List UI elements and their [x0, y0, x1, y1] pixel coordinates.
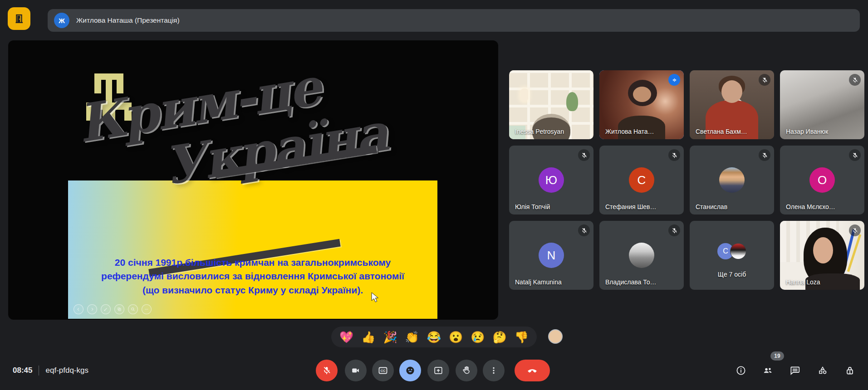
camera-icon: [351, 366, 361, 375]
mic-off-icon: [759, 74, 770, 86]
participant-tile[interactable]: Inessa Petrosyan: [509, 70, 593, 139]
lock-icon: [844, 365, 855, 376]
overflow-count-label: Ще 7 осіб: [690, 271, 774, 278]
divider: [39, 366, 39, 375]
presentation-tab: Ж Житлова Наташа (Презентація): [48, 9, 860, 32]
app-button[interactable]: [8, 7, 30, 30]
more-controls-button[interactable]: [142, 304, 152, 314]
participants-count-badge: 19: [770, 351, 784, 361]
mic-off-icon: [578, 149, 590, 161]
avatar-photo: [730, 243, 746, 259]
people-icon: [762, 365, 773, 376]
reaction-thumbs-up[interactable]: 👍: [361, 332, 375, 343]
top-bar: Ж Житлова Наташа (Презентація): [0, 0, 868, 37]
mic-off-icon: [849, 224, 861, 236]
captions-button[interactable]: CC: [372, 360, 394, 381]
participant-name: Олена Мєлєхо…: [786, 203, 835, 210]
participant-name: Inessa Petrosyan: [515, 128, 564, 135]
slide-body-text: 20 січня 1991р.більшість кримчан на зага…: [68, 256, 437, 297]
mic-off-icon: [668, 149, 680, 161]
reaction-thinking[interactable]: 🤔: [492, 332, 506, 343]
participant-tile[interactable]: Ю Юлія Топчій: [509, 146, 593, 214]
mic-off-icon: [322, 366, 332, 375]
participant-tile[interactable]: N Natalj Kamunina: [509, 221, 593, 290]
avatar: N: [539, 243, 564, 268]
avatar: Ю: [539, 167, 564, 193]
reaction-cry[interactable]: 😢: [471, 332, 485, 343]
participant-name: Natalj Kamunina: [515, 278, 562, 286]
clock: 08:45: [13, 366, 32, 375]
chat-icon: [790, 365, 800, 376]
activities-button[interactable]: [817, 365, 828, 376]
participant-tile[interactable]: С Стефания Шев…: [599, 146, 684, 214]
participant-tile[interactable]: Назар Иванюк: [780, 70, 864, 139]
participant-name: Светлана Бахм…: [696, 128, 747, 135]
participant-name: Стефания Шев…: [605, 203, 657, 210]
participant-tile[interactable]: Hanna Loza: [780, 221, 864, 290]
svg-text:CC: CC: [381, 369, 386, 373]
meeting-meta: 08:45 eqf-pfdq-kgs: [13, 366, 88, 375]
activities-icon: [817, 365, 828, 376]
slides-overview-button[interactable]: [114, 304, 124, 314]
participant-tile[interactable]: Станислав: [690, 146, 774, 214]
present-button[interactable]: [427, 360, 449, 381]
chat-button[interactable]: [790, 365, 800, 376]
pen-button[interactable]: [101, 304, 111, 314]
overflow-avatars: C: [717, 243, 746, 259]
mic-off-icon: [578, 224, 590, 236]
participants-grid: Inessa Petrosyan Житлова Ната… Светлана …: [509, 70, 864, 290]
participant-name: Hanna Loza: [786, 278, 820, 286]
participant-tile[interactable]: Светлана Бахм…: [690, 70, 774, 139]
shared-screen: Крим-це Україна 20 січня 1991р.більшість…: [8, 40, 498, 320]
meeting-details-button[interactable]: [736, 365, 746, 376]
zoom-button[interactable]: [128, 304, 138, 314]
participant-tile[interactable]: Владислава То…: [599, 221, 684, 290]
slide-background-yellow: [68, 180, 437, 319]
smiley-icon: [405, 365, 416, 376]
presentation-title: Житлова Наташа (Презентація): [76, 16, 180, 24]
mic-off-icon: [668, 224, 680, 236]
leave-call-button[interactable]: [515, 360, 550, 381]
participant-name: Житлова Ната…: [605, 128, 654, 135]
prev-slide-button[interactable]: [74, 304, 83, 314]
captions-icon: CC: [378, 365, 388, 376]
camera-button[interactable]: [345, 360, 367, 381]
participant-tile[interactable]: Житлова Ната…: [599, 70, 684, 139]
participant-name: Назар Иванюк: [786, 128, 828, 135]
slide: Крим-це Україна 20 січня 1991р.більшість…: [68, 42, 437, 319]
participant-name: Станислав: [696, 203, 727, 210]
mic-off-icon: [849, 74, 861, 86]
reaction-heart[interactable]: 💖: [339, 332, 353, 343]
reaction-party[interactable]: 🎉: [383, 332, 397, 343]
avatar: О: [809, 167, 835, 193]
avatar-photo: [719, 167, 745, 193]
mute-button[interactable]: [316, 360, 338, 381]
skin-tone-selector[interactable]: [548, 329, 563, 344]
mic-off-icon: [849, 149, 861, 161]
reactions-button[interactable]: [399, 360, 421, 381]
host-controls-button[interactable]: [844, 365, 855, 376]
reaction-clap[interactable]: 👏: [405, 332, 419, 343]
door-icon: [12, 12, 26, 25]
more-options-button[interactable]: [483, 360, 505, 381]
present-icon: [433, 366, 443, 375]
avatar: С: [629, 167, 654, 193]
phone-hangup-icon: [526, 365, 538, 376]
participant-name: Владислава То…: [605, 278, 656, 286]
reaction-surprised[interactable]: 😮: [449, 332, 463, 343]
reaction-laugh[interactable]: 😂: [427, 332, 441, 343]
next-slide-button[interactable]: [87, 304, 97, 314]
people-button[interactable]: [762, 365, 773, 376]
avatar-photo: [629, 243, 654, 268]
participant-tile[interactable]: О Олена Мєлєхо…: [780, 146, 864, 214]
mic-off-icon: [759, 149, 770, 161]
more-vertical-icon: [489, 366, 499, 375]
info-icon: [736, 365, 746, 376]
reaction-thumbs-down[interactable]: 👎: [515, 332, 529, 343]
presenter-avatar: Ж: [54, 13, 69, 28]
meeting-code: eqf-pfdq-kgs: [45, 366, 88, 375]
raise-hand-button[interactable]: [456, 360, 477, 381]
overflow-tile[interactable]: C Ще 7 осіб: [690, 221, 774, 290]
participant-name: Юлія Топчій: [515, 203, 550, 210]
hand-icon: [461, 366, 471, 375]
